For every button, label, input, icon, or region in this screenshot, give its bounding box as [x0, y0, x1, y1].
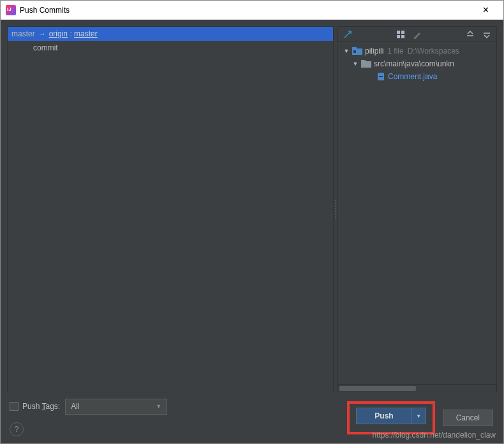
svg-rect-2: [397, 35, 400, 38]
files-panel: ▼ pilipili 1 file D:\Workspaces ▼ src\ma…: [337, 26, 497, 392]
commit-item[interactable]: commit: [8, 41, 333, 55]
push-tags-label: Push Tags:: [22, 402, 60, 411]
file-tree: ▼ pilipili 1 file D:\Workspaces ▼ src\ma…: [338, 42, 496, 384]
highlight-box: Push ▼: [347, 401, 434, 434]
arrow-right-icon: →: [38, 29, 46, 38]
svg-rect-10: [379, 76, 383, 77]
remote-name[interactable]: origin: [49, 29, 68, 38]
module-folder-icon: [352, 47, 362, 55]
remote-branch[interactable]: master: [74, 29, 98, 38]
tree-file-row[interactable]: Comment.java: [338, 70, 496, 83]
chevron-down-icon[interactable]: ▼: [352, 61, 359, 67]
cancel-button-label: Cancel: [456, 413, 480, 422]
cancel-button[interactable]: Cancel: [443, 410, 493, 426]
intellij-icon: [6, 5, 16, 15]
branch-sep: :: [68, 29, 74, 38]
chevron-down-icon[interactable]: ▼: [343, 48, 350, 54]
show-diff-icon[interactable]: [342, 29, 353, 40]
horizontal-scrollbar[interactable]: [338, 384, 496, 392]
combo-value: All: [71, 402, 79, 411]
tree-folder-label: src\main\java\com\unkn: [374, 59, 454, 68]
main-panels: master → origin : master commit: [7, 26, 497, 392]
chevron-down-icon: ▼: [156, 403, 161, 410]
folder-icon: [361, 60, 371, 68]
local-branch: master: [11, 29, 35, 38]
svg-rect-3: [401, 35, 404, 38]
tree-root-row[interactable]: ▼ pilipili 1 file D:\Workspaces: [338, 45, 496, 57]
tree-root-label: pilipili: [365, 47, 383, 56]
tree-root-count: 1 file: [387, 47, 403, 56]
push-button-dropdown[interactable]: ▼: [411, 408, 426, 424]
tree-root-path: D:\Workspaces: [408, 47, 459, 56]
help-button[interactable]: ?: [10, 422, 24, 436]
collapse-all-icon[interactable]: [481, 29, 493, 40]
tree-folder-row[interactable]: ▼ src\main\java\com\unkn: [338, 57, 496, 70]
edit-icon[interactable]: [411, 29, 423, 40]
scrollbar-thumb[interactable]: [339, 386, 416, 391]
push-button-label: Push: [357, 411, 411, 420]
tree-file-label: Comment.java: [388, 72, 437, 81]
svg-rect-6: [353, 50, 356, 53]
push-button[interactable]: Push ▼: [356, 408, 426, 424]
push-tags-combo[interactable]: All ▼: [65, 399, 167, 415]
commits-panel: master → origin : master commit: [7, 26, 334, 392]
files-toolbar: [338, 27, 496, 42]
svg-rect-1: [401, 31, 404, 34]
branch-row[interactable]: master → origin : master: [8, 27, 333, 41]
expand-all-icon[interactable]: [464, 29, 476, 40]
titlebar: Push Commits ✕: [1, 1, 503, 20]
grip-icon: [335, 200, 337, 219]
dialog-actions: Push ▼ Cancel: [347, 401, 493, 434]
dialog-window: Push Commits ✕ master → origin : master …: [0, 0, 504, 444]
svg-rect-5: [352, 47, 357, 50]
group-by-icon[interactable]: [395, 29, 406, 40]
push-tags-checkbox[interactable]: [10, 402, 19, 411]
svg-rect-8: [361, 60, 366, 63]
dialog-client: master → origin : master commit: [1, 20, 503, 443]
svg-rect-0: [397, 31, 400, 34]
close-icon[interactable]: ✕: [473, 1, 498, 19]
java-file-icon: [376, 72, 385, 81]
window-title: Push Commits: [20, 6, 473, 15]
